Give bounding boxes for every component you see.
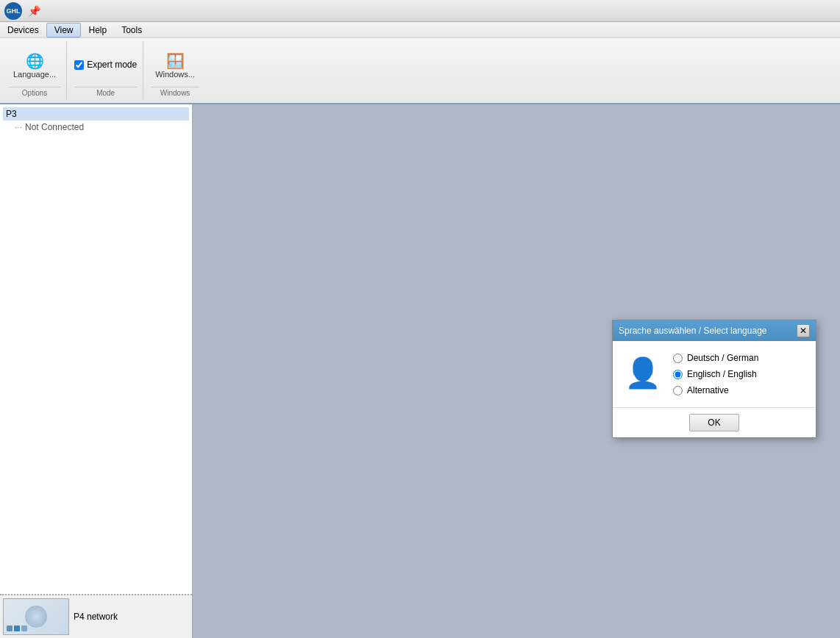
sidebar-bottom[interactable]: P4 network bbox=[0, 594, 192, 638]
dialog-title: Sprache auswählen / Select language bbox=[619, 326, 766, 336]
dialog-footer: OK bbox=[613, 407, 816, 437]
radio-english[interactable] bbox=[673, 370, 683, 379]
menu-help[interactable]: Help bbox=[81, 24, 114, 37]
menu-view[interactable]: View bbox=[46, 23, 82, 37]
options-group-label: Options bbox=[9, 87, 60, 97]
tree-item-p3[interactable]: P3 bbox=[3, 107, 189, 121]
language-button[interactable]: 🌐 Language... bbox=[9, 51, 60, 80]
p4-network-label: P4 network bbox=[74, 612, 118, 622]
title-bar: GHL 📌 bbox=[0, 0, 840, 22]
radio-german[interactable] bbox=[673, 354, 683, 363]
radio-alternative[interactable] bbox=[673, 386, 683, 395]
option-alternative[interactable]: Alternative bbox=[673, 385, 758, 395]
language-icon: 🌐 bbox=[26, 52, 44, 70]
language-dialog: Sprache auswählen / Select language ✕ 👤 … bbox=[612, 320, 816, 438]
mode-group-label: Mode bbox=[74, 87, 137, 97]
windows-group-label: Windows bbox=[151, 87, 199, 97]
expert-mode-checkbox[interactable] bbox=[74, 60, 84, 70]
ok-button[interactable]: OK bbox=[689, 414, 738, 431]
app-logo: GHL bbox=[4, 2, 22, 20]
close-icon: ✕ bbox=[800, 326, 807, 336]
pin-icon[interactable]: 📌 bbox=[28, 5, 40, 17]
sidebar-tree: P3 ··· Not Connected bbox=[0, 104, 192, 594]
ribbon-group-windows: 🪟 Windows... Windows bbox=[145, 41, 205, 100]
ribbon-group-options: 🌐 Language... Options bbox=[3, 41, 67, 100]
ribbon-group-mode: Expert mode Mode bbox=[68, 41, 143, 100]
windows-button-label: Windows... bbox=[155, 70, 195, 79]
expert-mode-row: Expert mode bbox=[74, 60, 137, 70]
tree-item-not-connected: ··· Not Connected bbox=[3, 121, 189, 134]
language-options: Deutsch / German Englisch / English Alte… bbox=[673, 353, 758, 395]
ribbon: 🌐 Language... Options Expert mode Mode 🪟… bbox=[0, 38, 840, 104]
user-avatar-icon: 👤 bbox=[624, 356, 661, 390]
expert-mode-label[interactable]: Expert mode bbox=[87, 60, 137, 70]
menu-bar: Devices View Help Tools bbox=[0, 22, 840, 38]
dialog-close-button[interactable]: ✕ bbox=[797, 324, 810, 337]
sidebar: P3 ··· Not Connected P4 network bbox=[0, 104, 193, 638]
dialog-titlebar: Sprache auswählen / Select language ✕ bbox=[613, 320, 816, 341]
menu-devices[interactable]: Devices bbox=[0, 24, 46, 37]
dialog-body: 👤 Deutsch / German Englisch / English Al… bbox=[613, 341, 816, 407]
ellipsis-icon: ··· bbox=[15, 122, 22, 132]
windows-button[interactable]: 🪟 Windows... bbox=[151, 51, 199, 80]
language-button-label: Language... bbox=[13, 70, 56, 79]
p4-network-thumb bbox=[3, 598, 69, 635]
option-english[interactable]: Englisch / English bbox=[673, 369, 758, 379]
menu-tools[interactable]: Tools bbox=[114, 24, 149, 37]
windows-icon: 🪟 bbox=[166, 52, 185, 70]
option-german[interactable]: Deutsch / German bbox=[673, 353, 758, 363]
